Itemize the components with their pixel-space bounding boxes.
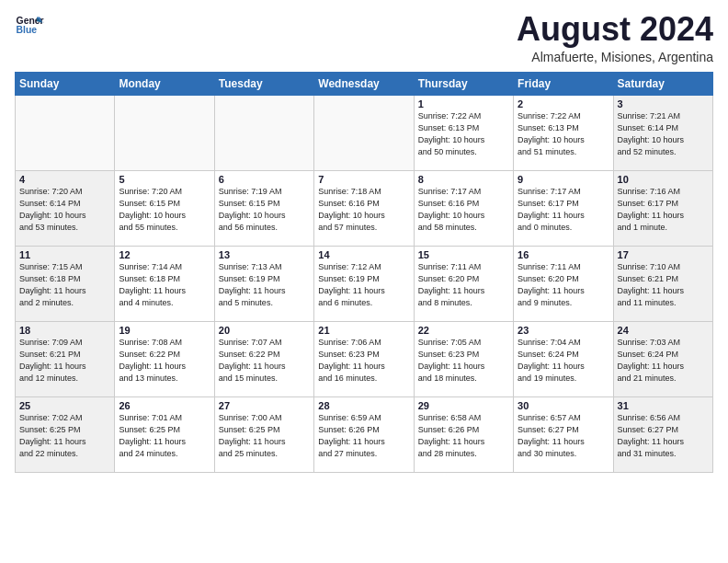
day-number: 6 [219, 174, 310, 185]
calendar-cell: 16Sunrise: 7:11 AMSunset: 6:20 PMDayligh… [514, 246, 613, 321]
calendar-cell: 1Sunrise: 7:22 AMSunset: 6:13 PMDaylight… [414, 95, 513, 170]
day-info: Sunrise: 7:20 AMSunset: 6:15 PMDaylight:… [119, 186, 210, 234]
calendar-cell: 18Sunrise: 7:09 AMSunset: 6:21 PMDayligh… [16, 321, 115, 396]
calendar-cell [16, 95, 115, 170]
calendar-cell: 25Sunrise: 7:02 AMSunset: 6:25 PMDayligh… [16, 396, 115, 472]
week-row-4: 18Sunrise: 7:09 AMSunset: 6:21 PMDayligh… [16, 321, 713, 396]
day-number: 14 [318, 249, 409, 260]
day-info: Sunrise: 7:12 AMSunset: 6:19 PMDaylight:… [318, 261, 409, 309]
day-info: Sunrise: 6:57 AMSunset: 6:27 PMDaylight:… [518, 412, 609, 460]
main-title: August 2024 [517, 11, 713, 48]
day-info: Sunrise: 7:17 AMSunset: 6:16 PMDaylight:… [418, 186, 509, 234]
day-info: Sunrise: 7:03 AMSunset: 6:24 PMDaylight:… [618, 337, 709, 385]
day-number: 12 [119, 249, 210, 260]
calendar-cell: 22Sunrise: 7:05 AMSunset: 6:23 PMDayligh… [414, 321, 513, 396]
calendar-cell: 21Sunrise: 7:06 AMSunset: 6:23 PMDayligh… [314, 321, 414, 396]
header: General Blue August 2024 Almafuerte, Mis… [15, 11, 713, 64]
calendar-cell: 24Sunrise: 7:03 AMSunset: 6:24 PMDayligh… [613, 321, 712, 396]
weekday-header-tuesday: Tuesday [214, 72, 313, 95]
day-number: 19 [119, 325, 210, 336]
calendar-cell: 7Sunrise: 7:18 AMSunset: 6:16 PMDaylight… [314, 170, 414, 246]
calendar-cell: 19Sunrise: 7:08 AMSunset: 6:22 PMDayligh… [115, 321, 214, 396]
weekday-header-sunday: Sunday [16, 72, 115, 95]
week-row-5: 25Sunrise: 7:02 AMSunset: 6:25 PMDayligh… [16, 396, 713, 472]
day-info: Sunrise: 6:58 AMSunset: 6:26 PMDaylight:… [418, 412, 509, 460]
day-info: Sunrise: 7:22 AMSunset: 6:13 PMDaylight:… [518, 110, 609, 158]
svg-text:Blue: Blue [17, 25, 38, 35]
calendar-cell: 5Sunrise: 7:20 AMSunset: 6:15 PMDaylight… [115, 170, 214, 246]
day-number: 23 [518, 325, 609, 336]
day-info: Sunrise: 7:05 AMSunset: 6:23 PMDaylight:… [418, 337, 509, 385]
day-number: 24 [618, 325, 709, 336]
calendar-cell: 27Sunrise: 7:00 AMSunset: 6:25 PMDayligh… [214, 396, 313, 472]
day-info: Sunrise: 6:59 AMSunset: 6:26 PMDaylight:… [318, 412, 409, 460]
day-info: Sunrise: 7:02 AMSunset: 6:25 PMDaylight:… [19, 412, 110, 460]
day-number: 26 [119, 400, 210, 411]
calendar-cell [115, 95, 214, 170]
day-number: 7 [318, 174, 409, 185]
subtitle: Almafuerte, Misiones, Argentina [517, 50, 713, 64]
calendar-cell: 13Sunrise: 7:13 AMSunset: 6:19 PMDayligh… [214, 246, 313, 321]
day-number: 13 [219, 249, 310, 260]
day-number: 11 [19, 249, 110, 260]
weekday-header-monday: Monday [115, 72, 214, 95]
day-number: 30 [518, 400, 609, 411]
day-number: 8 [418, 174, 509, 185]
day-info: Sunrise: 7:19 AMSunset: 6:15 PMDaylight:… [219, 186, 310, 234]
day-number: 20 [219, 325, 310, 336]
calendar-cell: 8Sunrise: 7:17 AMSunset: 6:16 PMDaylight… [414, 170, 513, 246]
calendar-cell: 28Sunrise: 6:59 AMSunset: 6:26 PMDayligh… [314, 396, 414, 472]
calendar-cell: 26Sunrise: 7:01 AMSunset: 6:25 PMDayligh… [115, 396, 214, 472]
calendar-cell: 10Sunrise: 7:16 AMSunset: 6:17 PMDayligh… [613, 170, 712, 246]
day-info: Sunrise: 7:09 AMSunset: 6:21 PMDaylight:… [19, 337, 110, 385]
day-number: 21 [318, 325, 409, 336]
calendar-cell: 31Sunrise: 6:56 AMSunset: 6:27 PMDayligh… [613, 396, 712, 472]
day-info: Sunrise: 7:14 AMSunset: 6:18 PMDaylight:… [119, 261, 210, 309]
day-number: 4 [19, 174, 110, 185]
day-info: Sunrise: 7:08 AMSunset: 6:22 PMDaylight:… [119, 337, 210, 385]
weekday-header-saturday: Saturday [613, 72, 712, 95]
calendar-cell: 3Sunrise: 7:21 AMSunset: 6:14 PMDaylight… [613, 95, 712, 170]
calendar-cell: 12Sunrise: 7:14 AMSunset: 6:18 PMDayligh… [115, 246, 214, 321]
calendar-cell: 23Sunrise: 7:04 AMSunset: 6:24 PMDayligh… [514, 321, 613, 396]
day-info: Sunrise: 7:17 AMSunset: 6:17 PMDaylight:… [518, 186, 609, 234]
calendar-cell: 9Sunrise: 7:17 AMSunset: 6:17 PMDaylight… [514, 170, 613, 246]
day-number: 17 [618, 249, 709, 260]
day-info: Sunrise: 7:22 AMSunset: 6:13 PMDaylight:… [418, 110, 509, 158]
day-info: Sunrise: 7:16 AMSunset: 6:17 PMDaylight:… [618, 186, 709, 234]
weekday-header-row: SundayMondayTuesdayWednesdayThursdayFrid… [16, 72, 713, 95]
page: General Blue August 2024 Almafuerte, Mis… [0, 0, 728, 482]
day-info: Sunrise: 7:01 AMSunset: 6:25 PMDaylight:… [119, 412, 210, 460]
calendar-cell: 4Sunrise: 7:20 AMSunset: 6:14 PMDaylight… [16, 170, 115, 246]
week-row-1: 1Sunrise: 7:22 AMSunset: 6:13 PMDaylight… [16, 95, 713, 170]
calendar-cell: 14Sunrise: 7:12 AMSunset: 6:19 PMDayligh… [314, 246, 414, 321]
calendar-cell: 20Sunrise: 7:07 AMSunset: 6:22 PMDayligh… [214, 321, 313, 396]
weekday-header-wednesday: Wednesday [314, 72, 414, 95]
week-row-2: 4Sunrise: 7:20 AMSunset: 6:14 PMDaylight… [16, 170, 713, 246]
day-number: 15 [418, 249, 509, 260]
day-info: Sunrise: 7:13 AMSunset: 6:19 PMDaylight:… [219, 261, 310, 309]
day-number: 25 [19, 400, 110, 411]
title-block: August 2024 Almafuerte, Misiones, Argent… [517, 11, 713, 64]
calendar-cell: 29Sunrise: 6:58 AMSunset: 6:26 PMDayligh… [414, 396, 513, 472]
day-info: Sunrise: 7:15 AMSunset: 6:18 PMDaylight:… [19, 261, 110, 309]
day-info: Sunrise: 7:21 AMSunset: 6:14 PMDaylight:… [618, 110, 709, 158]
calendar-cell [314, 95, 414, 170]
day-info: Sunrise: 7:18 AMSunset: 6:16 PMDaylight:… [318, 186, 409, 234]
day-number: 31 [618, 400, 709, 411]
day-info: Sunrise: 7:10 AMSunset: 6:21 PMDaylight:… [618, 261, 709, 309]
day-info: Sunrise: 7:20 AMSunset: 6:14 PMDaylight:… [19, 186, 110, 234]
calendar-cell: 2Sunrise: 7:22 AMSunset: 6:13 PMDaylight… [514, 95, 613, 170]
day-info: Sunrise: 7:06 AMSunset: 6:23 PMDaylight:… [318, 337, 409, 385]
day-number: 5 [119, 174, 210, 185]
day-info: Sunrise: 7:07 AMSunset: 6:22 PMDaylight:… [219, 337, 310, 385]
day-info: Sunrise: 7:11 AMSunset: 6:20 PMDaylight:… [518, 261, 609, 309]
day-number: 27 [219, 400, 310, 411]
day-info: Sunrise: 7:11 AMSunset: 6:20 PMDaylight:… [418, 261, 509, 309]
day-number: 2 [518, 98, 609, 109]
calendar-cell: 30Sunrise: 6:57 AMSunset: 6:27 PMDayligh… [514, 396, 613, 472]
calendar-cell: 11Sunrise: 7:15 AMSunset: 6:18 PMDayligh… [16, 246, 115, 321]
logo-icon: General Blue [15, 11, 44, 40]
weekday-header-friday: Friday [514, 72, 613, 95]
day-number: 9 [518, 174, 609, 185]
